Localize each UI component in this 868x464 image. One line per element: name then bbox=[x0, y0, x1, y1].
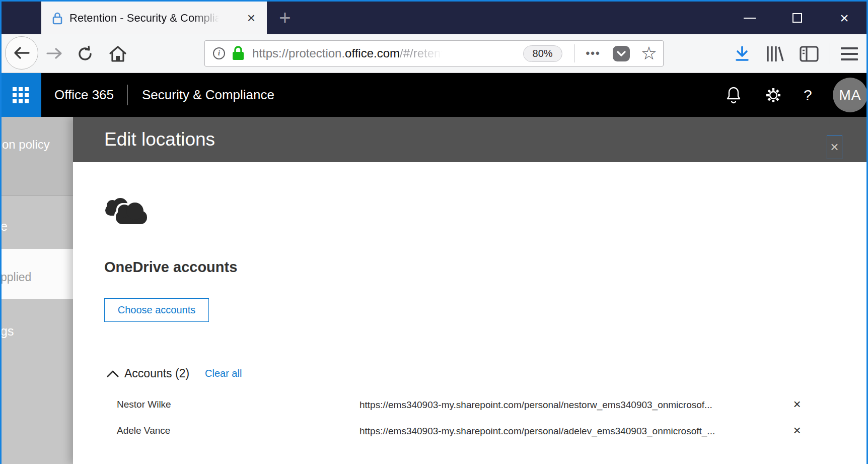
product-title: Security & Compliance bbox=[142, 73, 274, 117]
window-close-button[interactable]: × bbox=[821, 2, 868, 34]
minimize-icon bbox=[744, 18, 756, 19]
pocket-chevron-icon bbox=[617, 51, 626, 56]
toolbar-separator bbox=[830, 43, 830, 64]
urlbar-separator bbox=[574, 44, 575, 62]
waffle-icon bbox=[13, 87, 29, 103]
panel-close-button[interactable]: × bbox=[827, 135, 842, 159]
window-border-left bbox=[0, 0, 2, 464]
account-url: https://ems340903-my.sharepoint.com/pers… bbox=[359, 426, 715, 437]
reload-button[interactable] bbox=[77, 45, 94, 62]
panel-header: Edit locations × bbox=[73, 117, 868, 162]
gear-icon bbox=[763, 85, 783, 105]
reload-icon bbox=[77, 45, 94, 62]
browser-window: Retention - Security & Complia × + × bbox=[0, 0, 868, 464]
content-area: on policy e pplied gs Edit locations × bbox=[0, 117, 868, 464]
brand-title[interactable]: Office 365 bbox=[54, 73, 114, 117]
account-name: Adele Vance bbox=[117, 425, 170, 436]
page-zoom-badge[interactable]: 80% bbox=[523, 45, 562, 62]
remove-account-button[interactable]: × bbox=[788, 395, 806, 413]
window-border-top bbox=[0, 0, 868, 2]
background-step: e bbox=[0, 196, 73, 249]
tab-lock-icon bbox=[52, 12, 62, 25]
cloud-front-icon bbox=[104, 196, 151, 228]
window-minimize-button[interactable] bbox=[726, 2, 773, 34]
accounts-count-label: Accounts (2) bbox=[124, 367, 189, 380]
url-domain: office.com bbox=[345, 46, 400, 60]
settings-button[interactable] bbox=[763, 73, 783, 117]
forward-button[interactable] bbox=[46, 47, 62, 59]
url-text: https://protection.office.com/#/retent bbox=[252, 46, 444, 60]
browser-tab[interactable]: Retention - Security & Complia × bbox=[41, 2, 267, 34]
remove-account-button[interactable]: × bbox=[788, 421, 806, 439]
downloads-button[interactable] bbox=[733, 34, 751, 73]
help-button[interactable]: ? bbox=[804, 73, 812, 117]
background-step-fragment: gs bbox=[1, 324, 14, 339]
app-launcher-button[interactable] bbox=[0, 73, 41, 117]
background-step: gs bbox=[0, 299, 73, 464]
accounts-group-header: Accounts (2) Clear all bbox=[73, 366, 868, 384]
site-info-icon[interactable]: i bbox=[213, 47, 225, 59]
edit-locations-panel: Edit locations × OneDrive accounts Choos… bbox=[73, 117, 868, 464]
library-icon bbox=[766, 45, 784, 62]
tab-bar: Retention - Security & Complia × + × bbox=[0, 0, 868, 34]
notifications-button[interactable] bbox=[725, 73, 742, 117]
clear-all-link[interactable]: Clear all bbox=[205, 368, 242, 379]
background-step-fragment: e bbox=[1, 219, 8, 234]
url-path: /#/retent bbox=[400, 46, 444, 60]
https-lock-icon[interactable] bbox=[232, 46, 244, 61]
url-bar[interactable]: i https://protection.office.com/#/retent… bbox=[204, 40, 664, 67]
new-tab-button[interactable]: + bbox=[270, 2, 300, 34]
url-prefix: https://protection. bbox=[252, 46, 345, 60]
bell-icon bbox=[725, 86, 742, 105]
home-button[interactable] bbox=[109, 45, 127, 62]
download-icon bbox=[733, 45, 751, 63]
background-page-header: on policy bbox=[0, 117, 73, 195]
choose-accounts-button[interactable]: Choose accounts bbox=[104, 298, 209, 322]
close-icon: × bbox=[840, 11, 849, 26]
forward-arrow-icon bbox=[46, 47, 62, 59]
back-button[interactable] bbox=[5, 36, 38, 70]
background-step-active: pplied bbox=[0, 249, 73, 299]
suite-bar: Office 365 Security & Compliance ? MA bbox=[0, 73, 868, 117]
window-controls: × bbox=[726, 2, 868, 34]
account-avatar[interactable]: MA bbox=[833, 78, 867, 112]
page-actions-icon[interactable]: ••• bbox=[586, 47, 601, 60]
pocket-icon[interactable] bbox=[613, 46, 630, 61]
bookmark-star-icon[interactable]: ☆ bbox=[641, 44, 657, 62]
dimmed-background-page: on policy e pplied gs bbox=[0, 117, 73, 464]
background-title-fragment: on policy bbox=[2, 138, 50, 152]
account-row: Adele Vance https://ems340903-my.sharepo… bbox=[73, 420, 868, 446]
background-step-fragment: pplied bbox=[1, 271, 31, 284]
section-heading: OneDrive accounts bbox=[104, 259, 237, 276]
window-maximize-button[interactable] bbox=[773, 2, 821, 34]
navigation-toolbar: i https://protection.office.com/#/retent… bbox=[0, 34, 868, 73]
onedrive-icon bbox=[104, 196, 151, 228]
menu-button[interactable] bbox=[841, 47, 858, 60]
panel-title: Edit locations bbox=[104, 117, 215, 162]
chevron-up-icon[interactable] bbox=[106, 370, 119, 378]
tab-title: Retention - Security & Complia bbox=[69, 12, 221, 25]
sidebars-button[interactable] bbox=[800, 34, 819, 73]
maximize-icon bbox=[792, 13, 802, 23]
back-arrow-icon bbox=[13, 46, 30, 59]
account-row: Nestor Wilke https://ems340903-my.sharep… bbox=[73, 394, 868, 420]
library-button[interactable] bbox=[766, 34, 784, 73]
suitebar-separator bbox=[127, 85, 128, 105]
sidebar-icon bbox=[800, 46, 819, 62]
home-icon bbox=[109, 45, 127, 62]
account-url: https://ems340903-my.sharepoint.com/pers… bbox=[359, 400, 712, 411]
tab-close-button[interactable]: × bbox=[243, 2, 260, 34]
account-name: Nestor Wilke bbox=[117, 399, 171, 410]
